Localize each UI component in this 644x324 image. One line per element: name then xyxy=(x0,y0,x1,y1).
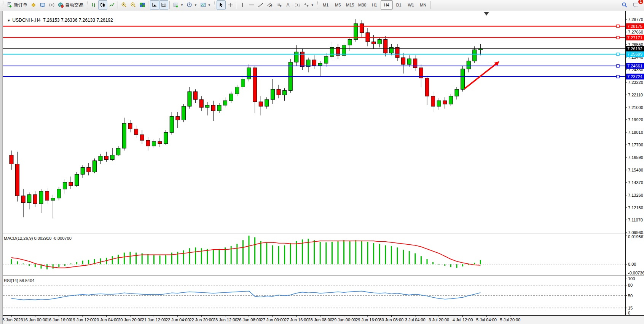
timeframe-h4-button[interactable]: H4 xyxy=(381,0,393,10)
chart-canvas[interactable]: 7.287707.276607.265507.254407.243307.232… xyxy=(0,0,644,324)
svg-text:28 Jun 08:00: 28 Jun 08:00 xyxy=(308,318,332,322)
macd-bar xyxy=(219,249,220,264)
cursor-icon xyxy=(218,2,224,8)
support-line-cyan[interactable]: 7.25699 xyxy=(3,51,644,57)
tile-windows-button[interactable] xyxy=(138,0,147,10)
macd-bar xyxy=(254,237,255,264)
line-chart-button[interactable] xyxy=(107,0,116,10)
signals-button[interactable] xyxy=(47,0,56,10)
candle xyxy=(87,167,91,172)
rsi-panel[interactable] xyxy=(3,285,625,308)
candle xyxy=(194,91,198,99)
timeframe-m15-button[interactable]: M15 xyxy=(344,0,356,10)
candle xyxy=(348,40,352,45)
candle xyxy=(324,56,328,63)
macd-bar xyxy=(290,243,291,264)
macd-bar xyxy=(189,248,190,264)
timeframe-m30-button[interactable]: M30 xyxy=(356,0,368,10)
auto-scroll-button[interactable] xyxy=(150,0,159,10)
auto-trading-button[interactable]: 自动交易 xyxy=(56,0,85,10)
horizontal-line-button[interactable] xyxy=(247,0,256,10)
macd-bar xyxy=(118,255,119,264)
timeframe-h1-button[interactable]: H1 xyxy=(368,0,381,10)
macd-bar xyxy=(450,264,451,267)
chart-shift-marker[interactable] xyxy=(484,12,489,16)
resistance-line-2[interactable]: 7.27171 xyxy=(3,35,644,40)
timeframe-m5-button[interactable]: M5 xyxy=(332,0,344,10)
candle xyxy=(443,101,447,104)
rsi-axis[interactable]: 1008050150 xyxy=(625,276,635,315)
svg-text:50: 50 xyxy=(628,294,633,298)
macd-bar xyxy=(70,263,72,264)
trendline-button[interactable] xyxy=(256,0,265,10)
chart-shift-button[interactable] xyxy=(159,0,168,10)
indicators-button[interactable]: ▼ xyxy=(171,0,185,10)
candlestick-chart-icon xyxy=(100,2,106,8)
svg-text:16 Jun 16:00: 16 Jun 16:00 xyxy=(47,318,71,322)
profiles-button[interactable] xyxy=(29,0,38,10)
bar-chart-button[interactable] xyxy=(89,0,98,10)
svg-text:80: 80 xyxy=(628,283,633,287)
timeframe-mn-button[interactable]: MN xyxy=(417,0,429,10)
svg-text:3 Jul 20:00: 3 Jul 20:00 xyxy=(429,318,449,322)
candle xyxy=(425,78,429,96)
templates-button[interactable]: ▼ xyxy=(199,0,212,10)
toolbar: 新订单 自动交易 xyxy=(0,0,644,10)
candle xyxy=(176,117,180,120)
support-line-blue-1[interactable]: 7.24661 xyxy=(3,63,644,69)
crosshair-button[interactable] xyxy=(226,0,235,10)
candle xyxy=(170,117,174,133)
svg-text:19 Jun 12:00: 19 Jun 12:00 xyxy=(70,318,95,322)
fibonacci-button[interactable]: F xyxy=(274,0,284,10)
periods-button[interactable]: ▼ xyxy=(185,0,199,10)
candle xyxy=(10,155,13,164)
resistance-line-1[interactable]: 7.28175 xyxy=(3,23,644,29)
text-button[interactable]: A xyxy=(284,0,293,10)
macd-bar xyxy=(242,240,244,264)
zoom-out-button[interactable] xyxy=(129,0,138,10)
candle xyxy=(134,129,138,135)
macd-bar xyxy=(153,255,155,264)
bid-price-line[interactable]: 7.26192 xyxy=(3,46,644,51)
timeframe-m1-button[interactable]: M1 xyxy=(320,0,332,10)
main-chart-panel[interactable] xyxy=(10,19,482,218)
cursor-button[interactable] xyxy=(217,0,226,10)
macd-panel[interactable] xyxy=(3,236,625,269)
macd-axis[interactable]: 0.0195610.00-0.007367 xyxy=(625,234,644,275)
equidistant-channel-button[interactable]: E xyxy=(265,0,274,10)
dropdown-caret: ▼ xyxy=(194,3,197,7)
toolbar-grip[interactable] xyxy=(2,1,4,9)
one-click-trading-toggle-icon[interactable]: ▼ xyxy=(7,19,11,22)
macd-bar xyxy=(409,251,410,264)
toolbar-grip[interactable] xyxy=(214,1,215,9)
toolbar-grip[interactable] xyxy=(317,1,319,9)
timeframe-d1-button[interactable]: D1 xyxy=(393,0,405,10)
text-label-button[interactable]: T xyxy=(293,0,302,10)
new-order-button[interactable]: 新订单 xyxy=(5,0,29,10)
vertical-line-button[interactable] xyxy=(238,0,247,10)
macd-bar xyxy=(456,264,457,268)
candle xyxy=(395,47,399,58)
terminal-button[interactable] xyxy=(38,0,47,10)
window-left-edge xyxy=(0,11,3,324)
candlestick-chart-button[interactable] xyxy=(98,0,107,10)
notifications-button[interactable]: 1 xyxy=(631,0,641,10)
auto-trading-icon xyxy=(58,2,64,8)
search-button[interactable] xyxy=(620,0,630,10)
macd-bar xyxy=(11,259,12,264)
arrows-button[interactable]: ▼ xyxy=(302,0,316,10)
zoom-in-button[interactable] xyxy=(120,0,129,10)
macd-bar xyxy=(159,255,161,264)
macd-bar xyxy=(296,241,297,264)
svg-text:7.19920: 7.19920 xyxy=(628,117,643,122)
candle xyxy=(16,164,19,196)
auto-trading-label: 自动交易 xyxy=(65,2,83,8)
support-line-blue-2[interactable]: 7.23724 xyxy=(3,74,644,79)
svg-text:E: E xyxy=(271,5,273,8)
macd-bar xyxy=(183,250,184,264)
timeframe-w1-button[interactable]: W1 xyxy=(405,0,417,10)
toolbar-grip[interactable] xyxy=(86,1,88,9)
trendline-icon xyxy=(258,2,264,8)
line-handle xyxy=(617,75,619,78)
candle xyxy=(467,61,470,69)
